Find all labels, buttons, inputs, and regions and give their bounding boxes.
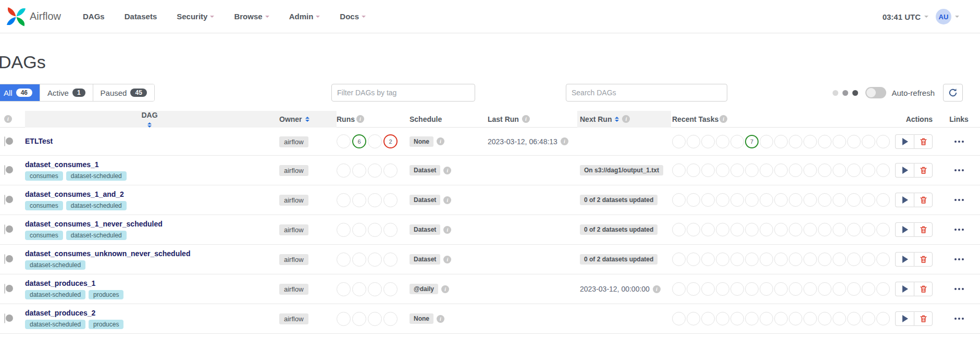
pause-toggle[interactable] <box>4 254 5 264</box>
row-links-menu[interactable] <box>953 314 965 323</box>
recent-task-circle[interactable] <box>862 282 875 296</box>
dag-name-link[interactable]: dataset_consumes_1_and_2 <box>25 190 274 199</box>
recent-task-circle[interactable] <box>847 282 861 296</box>
tag-filter-input[interactable] <box>331 84 475 102</box>
search-input[interactable] <box>566 84 727 102</box>
user-menu[interactable]: AU <box>936 9 959 24</box>
recent-task-circle[interactable] <box>760 135 773 148</box>
recent-task-circle[interactable] <box>847 223 861 236</box>
recent-task-circle[interactable] <box>833 253 846 266</box>
row-links-menu[interactable] <box>953 255 965 263</box>
recent-task-circle[interactable] <box>789 223 802 236</box>
recent-task-circle[interactable] <box>789 135 802 148</box>
recent-task-circle[interactable] <box>876 135 890 148</box>
header-next-run[interactable]: Next Run i <box>577 111 671 128</box>
utc-clock-dropdown[interactable]: 03:41 UTC <box>883 12 928 21</box>
row-links-menu[interactable] <box>953 137 965 146</box>
recent-task-circle[interactable] <box>672 223 686 236</box>
dag-tag[interactable]: dataset-scheduled <box>25 290 85 299</box>
recent-task-circle[interactable] <box>672 163 686 177</box>
delete-dag-button[interactable] <box>914 311 933 326</box>
dag-tag[interactable]: produces <box>89 320 123 329</box>
dag-tag[interactable]: dataset-scheduled <box>66 201 127 210</box>
recent-task-circle[interactable] <box>789 253 802 266</box>
recent-task-circle[interactable] <box>716 253 729 266</box>
recent-task-circle[interactable] <box>876 312 890 325</box>
dag-tag[interactable]: dataset-scheduled <box>66 231 127 240</box>
trigger-dag-button[interactable] <box>895 282 914 296</box>
recent-task-circle[interactable] <box>862 223 875 236</box>
recent-task-circle[interactable] <box>818 312 832 325</box>
run-status-circle[interactable] <box>368 134 382 148</box>
pause-toggle[interactable] <box>4 313 5 323</box>
recent-task-circle[interactable] <box>862 253 875 266</box>
recent-task-circle[interactable] <box>833 223 846 236</box>
row-links-menu[interactable] <box>953 166 965 174</box>
run-status-circle[interactable] <box>352 223 366 237</box>
dag-tag[interactable]: consumes <box>25 201 63 210</box>
tab-all[interactable]: All46 <box>0 84 40 101</box>
run-status-circle[interactable] <box>383 253 398 267</box>
recent-task-circle[interactable] <box>789 193 802 207</box>
recent-task-circle[interactable] <box>730 135 744 148</box>
run-status-circle[interactable] <box>337 312 351 326</box>
run-status-circle[interactable] <box>337 193 351 207</box>
trigger-dag-button[interactable] <box>895 163 914 178</box>
dag-tag[interactable]: dataset-scheduled <box>66 171 127 181</box>
dag-name-link[interactable]: dataset_consumes_1_never_scheduled <box>25 220 274 229</box>
dag-tag[interactable]: consumes <box>25 171 63 181</box>
run-status-circle[interactable] <box>352 163 366 178</box>
run-status-circle[interactable] <box>383 223 398 237</box>
recent-task-circle[interactable] <box>833 135 846 148</box>
recent-task-circle[interactable] <box>716 193 729 207</box>
nav-item-dags[interactable]: DAGs <box>83 12 105 21</box>
recent-task-circle[interactable] <box>730 223 744 236</box>
recent-task-circle[interactable] <box>833 193 846 207</box>
pause-toggle[interactable] <box>4 284 5 294</box>
run-status-circle[interactable] <box>368 282 382 296</box>
recent-task-circle[interactable] <box>672 193 686 207</box>
recent-task-circle[interactable] <box>833 163 846 177</box>
recent-task-circle[interactable] <box>789 163 802 177</box>
next-run-value[interactable]: 2023-03-12, 00:00:00 <box>580 285 650 293</box>
trigger-dag-button[interactable] <box>895 193 914 207</box>
refresh-button[interactable] <box>943 84 963 102</box>
nav-item-security[interactable]: Security <box>177 12 214 21</box>
recent-task-circle[interactable] <box>847 253 861 266</box>
recent-task-circle[interactable] <box>716 312 729 325</box>
recent-task-circle[interactable] <box>818 223 832 236</box>
recent-task-circle[interactable] <box>847 312 861 325</box>
run-status-circle[interactable] <box>352 193 366 207</box>
trigger-dag-button[interactable] <box>895 222 914 237</box>
run-status-circle[interactable] <box>383 282 398 296</box>
recent-task-circle[interactable] <box>701 135 715 148</box>
recent-task-circle[interactable] <box>701 282 715 296</box>
recent-task-circle[interactable] <box>716 163 729 177</box>
recent-task-circle[interactable] <box>803 163 817 177</box>
pause-toggle[interactable] <box>4 195 5 205</box>
recent-task-circle[interactable] <box>760 163 773 177</box>
recent-task-circle[interactable] <box>760 282 773 296</box>
run-status-circle[interactable] <box>337 134 351 148</box>
row-links-menu[interactable] <box>953 225 965 234</box>
recent-task-circle[interactable] <box>745 193 759 207</box>
header-owner[interactable]: Owner <box>274 111 337 128</box>
dag-tag[interactable]: produces <box>89 290 123 299</box>
pause-toggle[interactable] <box>4 224 5 234</box>
recent-task-circle[interactable] <box>774 282 788 296</box>
run-status-circle[interactable] <box>337 253 351 267</box>
recent-task-circle[interactable] <box>862 193 875 207</box>
run-status-circle[interactable]: 6 <box>352 134 366 148</box>
recent-task-circle[interactable] <box>774 253 788 266</box>
recent-task-circle[interactable] <box>760 223 773 236</box>
recent-task-circle[interactable] <box>862 135 875 148</box>
recent-task-circle[interactable] <box>760 253 773 266</box>
dag-name-link[interactable]: dataset_produces_2 <box>25 309 274 318</box>
delete-dag-button[interactable] <box>914 252 933 267</box>
recent-task-circle[interactable] <box>862 163 875 177</box>
run-status-circle[interactable] <box>368 163 382 178</box>
recent-task-circle[interactable] <box>745 282 759 296</box>
recent-task-circle[interactable] <box>730 163 744 177</box>
recent-task-circle[interactable] <box>716 223 729 236</box>
dag-name-link[interactable]: ETLTest <box>25 137 274 146</box>
